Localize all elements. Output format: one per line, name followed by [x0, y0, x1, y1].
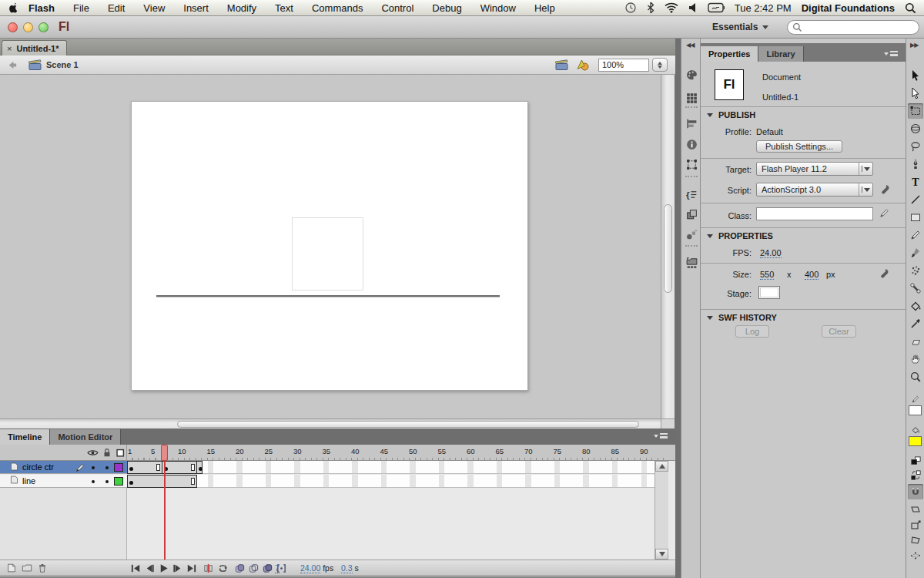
size-height-value[interactable]: 400 [805, 270, 819, 280]
stage-vertical-scrollbar[interactable] [661, 75, 675, 418]
menu-flash[interactable]: Flash [19, 2, 64, 14]
swf-log-button[interactable]: Log [735, 325, 769, 338]
elapsed-time[interactable]: 0.3 s [341, 563, 359, 573]
size-settings-wrench-icon[interactable] [877, 267, 889, 280]
stroke-color-swatch[interactable] [909, 405, 922, 415]
panel-resize-grip[interactable] [0, 575, 675, 578]
minimize-window-button[interactable] [23, 22, 33, 32]
step-back-button[interactable] [143, 562, 156, 574]
outline-layers-icon[interactable] [115, 447, 126, 460]
fps-value[interactable]: 24.00 [760, 248, 782, 258]
new-folder-button[interactable] [20, 562, 33, 574]
layer-outline-color-swatch[interactable] [114, 463, 123, 472]
onion-skin-button[interactable] [233, 562, 246, 574]
zoom-stepper[interactable] [652, 58, 668, 72]
pasteboard[interactable] [0, 75, 661, 418]
layer-row-circle-ctr[interactable]: circle ctr [0, 461, 675, 474]
go-first-button[interactable] [129, 562, 142, 574]
collapse-tools-icon[interactable]: ▶▶ [910, 42, 918, 49]
info-panel-icon[interactable] [685, 137, 698, 151]
components-panel-icon[interactable] [685, 207, 698, 221]
tool-spray-brush[interactable] [908, 263, 923, 278]
menu-text[interactable]: Text [266, 2, 303, 14]
align-panel-icon[interactable] [685, 116, 698, 130]
swatches-panel-icon[interactable] [685, 90, 698, 104]
keyframe-dot[interactable] [129, 467, 133, 471]
tool-eyedropper[interactable] [908, 316, 923, 331]
menu-clock[interactable]: Tue 2:42 PM [735, 2, 792, 14]
tool-subselection[interactable] [908, 86, 923, 101]
panel-menu-icon[interactable] [884, 51, 898, 56]
go-last-button[interactable] [185, 562, 198, 574]
lock-layers-icon[interactable] [102, 447, 112, 460]
stage-zoom-input[interactable] [598, 59, 649, 72]
tool-zoom[interactable] [908, 369, 923, 385]
tool-black-and-white[interactable] [908, 453, 923, 469]
document-tab[interactable]: × Untitled-1* [2, 40, 67, 55]
target-dropdown[interactable]: Flash Player 11.2 [756, 162, 873, 176]
transform-panel-icon[interactable] [685, 157, 698, 171]
script-settings-wrench-icon[interactable] [878, 183, 890, 196]
search-input[interactable] [787, 20, 919, 35]
scrollbar-thumb[interactable] [177, 421, 639, 428]
tab-motion-editor[interactable]: Motion Editor [50, 429, 121, 445]
stage-horizontal-scrollbar[interactable] [0, 418, 661, 428]
back-arrow-icon[interactable] [6, 59, 18, 71]
stage-canvas[interactable] [131, 101, 528, 391]
menu-commands[interactable]: Commands [303, 2, 372, 14]
frame-span[interactable] [162, 461, 197, 474]
document-name[interactable]: Untitled-1 [762, 92, 798, 102]
layer-row-line[interactable]: line [0, 475, 675, 488]
scene-breadcrumb[interactable]: Scene 1 [46, 60, 79, 69]
code-snippets-panel-icon[interactable]: { [685, 187, 698, 201]
menu-modify[interactable]: Modify [218, 2, 266, 14]
panel-menu-icon[interactable] [654, 433, 668, 439]
tool-pen[interactable] [908, 156, 923, 172]
layer-name[interactable]: circle ctr [22, 462, 54, 472]
script-dropdown[interactable]: ActionScript 3.0 [756, 183, 873, 197]
menu-insert[interactable]: Insert [174, 2, 218, 14]
layer-frames[interactable] [127, 461, 664, 474]
tab-properties[interactable]: Properties [701, 46, 758, 62]
edit-symbols-icon[interactable] [576, 59, 589, 71]
playhead-handle[interactable] [161, 445, 168, 461]
tool-snap-to-objects[interactable] [908, 484, 923, 499]
menu-debug[interactable]: Debug [423, 2, 470, 14]
project-panel-icon[interactable] [685, 255, 698, 269]
frame-end-marker[interactable] [156, 464, 160, 471]
menu-view[interactable]: View [134, 2, 174, 14]
class-edit-pencil-icon[interactable] [879, 207, 890, 219]
layer-unlocked-dot[interactable] [105, 466, 109, 469]
tab-library[interactable]: Library [758, 46, 803, 62]
tool-lasso[interactable] [908, 139, 923, 154]
edit-multiple-frames-button[interactable] [261, 562, 274, 574]
tool-brush[interactable] [908, 245, 923, 260]
scroll-up-button[interactable] [655, 461, 668, 472]
tool-rotate-skew[interactable] [908, 502, 923, 517]
menu-window[interactable]: Window [471, 2, 525, 14]
frame-span[interactable] [196, 461, 203, 474]
wifi-icon[interactable] [665, 2, 678, 13]
tool-pencil[interactable] [908, 227, 923, 243]
frame-span[interactable] [127, 475, 197, 488]
tool-bone[interactable] [908, 281, 923, 296]
show-hide-layers-icon[interactable] [87, 447, 99, 460]
size-width-value[interactable]: 550 [760, 270, 774, 280]
user-switch-icon[interactable] [708, 2, 725, 13]
keyframe-dot[interactable] [199, 467, 203, 471]
layer-unlocked-dot[interactable] [105, 480, 109, 483]
stage-yellow-rectangle[interactable] [292, 217, 363, 291]
menu-help[interactable]: Help [525, 2, 564, 14]
swf-history-section-header[interactable]: SWF HISTORY [707, 313, 777, 322]
apple-menu-icon[interactable] [8, 2, 19, 15]
time-machine-icon[interactable] [624, 2, 637, 14]
keyframe-dot[interactable] [129, 481, 133, 485]
tool-rectangle[interactable] [908, 210, 923, 225]
tab-timeline[interactable]: Timeline [0, 429, 50, 445]
step-forward-button[interactable] [171, 562, 184, 574]
zoom-window-button[interactable] [38, 22, 49, 32]
new-layer-button[interactable] [5, 562, 18, 574]
menu-control[interactable]: Control [372, 2, 423, 14]
collapse-dock-icon[interactable]: ◀◀ [686, 42, 694, 49]
properties-section-header[interactable]: PROPERTIES [707, 231, 773, 240]
